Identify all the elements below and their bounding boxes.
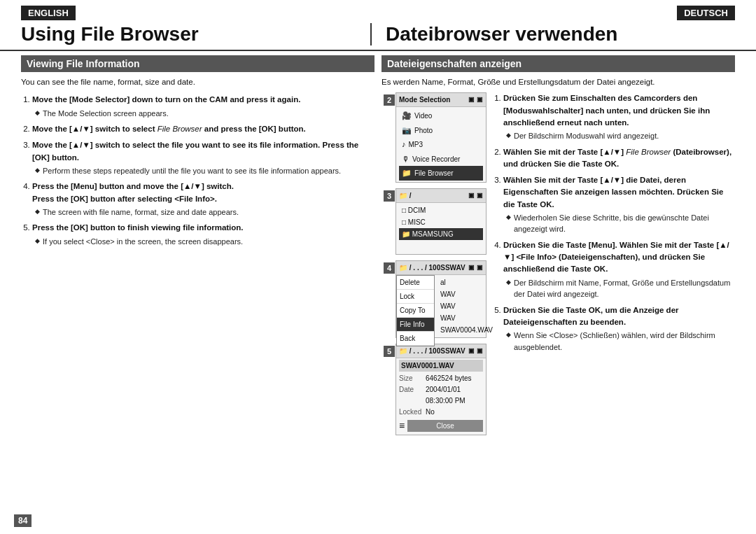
screen3-dcim: □ DCIM bbox=[399, 204, 483, 216]
screen2-item-filebrowser: 📁File Browser bbox=[399, 166, 483, 181]
left-step-4-bullet: The screen with file name, format, size … bbox=[35, 206, 374, 218]
right-intro: Es werden Name, Format, Größe und Erstel… bbox=[382, 76, 735, 88]
info-size-row: Size 6462524 bytes bbox=[399, 373, 483, 384]
content-row: You can see the file name, format, size … bbox=[21, 76, 735, 435]
right-step-4-bullet: Der Bildschirm mit Name, Format, Größe u… bbox=[506, 277, 735, 300]
screen-3-body: □ DCIM □ MISC 📁 MSAMSUNG bbox=[396, 203, 486, 254]
section-header-row: Viewing File Information Dateieigenschaf… bbox=[21, 55, 735, 72]
screen2-item-voice: 🎙Voice Recorder bbox=[399, 152, 483, 167]
screen-2: 2 Mode Selection ▣ ▣ 🎥Video 📷Photo ♪MP3 … bbox=[396, 92, 486, 183]
screen-5: 5 📁 / . . . / 100SSWAV ▣ ▣ SWAV0001.WAV … bbox=[396, 344, 486, 435]
left-steps-list: Move the [Mode Selector] down to turn on… bbox=[21, 94, 374, 247]
screen-3-header: 📁 / ▣ ▣ bbox=[396, 189, 486, 203]
ctx-copyto: Copy To bbox=[397, 304, 434, 318]
screen3-msamsung: 📁 MSAMSUNG bbox=[399, 228, 483, 240]
info-locked-row: Locked No bbox=[399, 407, 483, 417]
left-step-4: Press the [Menu] button and move the [▲/… bbox=[32, 181, 374, 218]
page-number: 84 bbox=[14, 514, 31, 527]
screen-2-body: 🎥Video 📷Photo ♪MP3 🎙Voice Recorder 📁File… bbox=[396, 107, 486, 182]
left-step-2: Move the [▲/▼] switch to select File Bro… bbox=[32, 123, 374, 135]
right-col-inner: 2 Mode Selection ▣ ▣ 🎥Video 📷Photo ♪MP3 … bbox=[382, 92, 735, 435]
screen2-item-video: 🎥Video bbox=[399, 108, 483, 123]
ctx-back: Back bbox=[397, 332, 434, 346]
right-step-2: Wählen Sie mit der Taste [▲/▼] File Brow… bbox=[503, 146, 735, 171]
screen-num-5: 5 bbox=[384, 346, 395, 357]
title-left: Using File Browser bbox=[21, 23, 370, 45]
ctx-lock: Lock bbox=[397, 290, 434, 304]
screen-num-3: 3 bbox=[384, 190, 395, 202]
screen2-item-mp3: ♪MP3 bbox=[399, 137, 483, 152]
main-title-row: Using File Browser Dateibrowser verwende… bbox=[0, 20, 756, 51]
info-filename: SWAV0001.WAV bbox=[399, 360, 483, 372]
right-column: Es werden Name, Format, Größe und Erstel… bbox=[382, 76, 735, 435]
left-step-3-bullet: Perform these steps repeatedly until the… bbox=[35, 165, 374, 177]
ctx-fileinfo: File Info bbox=[397, 318, 434, 332]
screen4-bg-items: al WAV WAV WAV SWAV0004.WAV bbox=[438, 276, 496, 336]
right-step-1-bullet: Der Bildschirm Moduswahl wird angezeigt. bbox=[506, 130, 735, 142]
close-button[interactable]: Close bbox=[407, 420, 483, 432]
screen-3: 3 📁 / ▣ ▣ □ DCIM □ MISC 📁 MSAMSUNG bbox=[396, 188, 486, 255]
lang-bar: ENGLISH DEUTSCH bbox=[0, 6, 756, 20]
left-step-5: Press the [OK] button to finish viewing … bbox=[32, 222, 374, 247]
left-step-1-bullet: The Mode Selection screen appears. bbox=[35, 108, 374, 120]
screen-4: 4 📁 / . . . / 100SSWAV ▣ ▣ Delete Lock C… bbox=[396, 260, 486, 338]
screen-4-body: Delete Lock Copy To File Info Back al WA… bbox=[396, 275, 486, 337]
left-column: You can see the file name, format, size … bbox=[21, 76, 374, 435]
screen-num-2: 2 bbox=[384, 94, 395, 106]
title-right: Dateibrowser verwenden bbox=[372, 23, 735, 45]
lang-english: ENGLISH bbox=[21, 6, 76, 20]
right-step-1: Drücken Sie zum Einschalten des Camcorde… bbox=[503, 92, 735, 141]
screen4-ctx-menu: Delete Lock Copy To File Info Back bbox=[396, 275, 435, 346]
left-step-5-bullet: If you select <Close> in the screen, the… bbox=[35, 236, 374, 248]
right-text-steps: Drücken Sie zum Einschalten des Camcorde… bbox=[492, 92, 735, 435]
info-date-row: Date 2004/01/01 bbox=[399, 384, 483, 395]
right-steps-list: Drücken Sie zum Einschalten des Camcorde… bbox=[492, 92, 735, 353]
right-step-5: Drücken Sie die Taste OK, um die Anzeige… bbox=[503, 304, 735, 353]
left-step-1: Move the [Mode Selector] down to turn on… bbox=[32, 94, 374, 119]
info-time-row: 08:30:00 PM bbox=[399, 395, 483, 406]
screens-column: 2 Mode Selection ▣ ▣ 🎥Video 📷Photo ♪MP3 … bbox=[382, 92, 486, 435]
right-step-3-bullet: Wiederholen Sie diese Schritte, bis die … bbox=[506, 212, 735, 235]
section-header-left: Viewing File Information bbox=[21, 55, 374, 72]
lang-deutsch: DEUTSCH bbox=[677, 6, 735, 20]
screen4-content: Delete Lock Copy To File Info Back al WA… bbox=[399, 276, 483, 336]
right-step-4: Drücken Sie die Taste [Menu]. Wählen Sie… bbox=[503, 239, 735, 300]
screen-num-4: 4 bbox=[384, 262, 395, 274]
screen-4-header: 📁 / . . . / 100SSWAV ▣ ▣ bbox=[396, 261, 486, 275]
screen3-misc: □ MISC bbox=[399, 216, 483, 228]
ctx-delete: Delete bbox=[397, 276, 434, 290]
screen2-item-photo: 📷Photo bbox=[399, 123, 483, 138]
left-step-3: Move the [▲/▼] switch to select the file… bbox=[32, 139, 374, 176]
section-header-right: Dateieigenschaften anzeigen bbox=[382, 55, 735, 72]
screen-5-body: SWAV0001.WAV Size 6462524 bytes Date 200… bbox=[396, 358, 486, 435]
screen-5-header: 📁 / . . . / 100SSWAV ▣ ▣ bbox=[396, 344, 486, 358]
right-step-3: Wählen Sie mit der Taste [▲/▼] die Datei… bbox=[503, 174, 735, 235]
right-step-5-bullet: Wenn Sie <Close> (Schließen) wählen, wir… bbox=[506, 330, 735, 353]
screen-2-header: Mode Selection ▣ ▣ bbox=[396, 93, 486, 107]
left-intro: You can see the file name, format, size … bbox=[21, 76, 374, 88]
